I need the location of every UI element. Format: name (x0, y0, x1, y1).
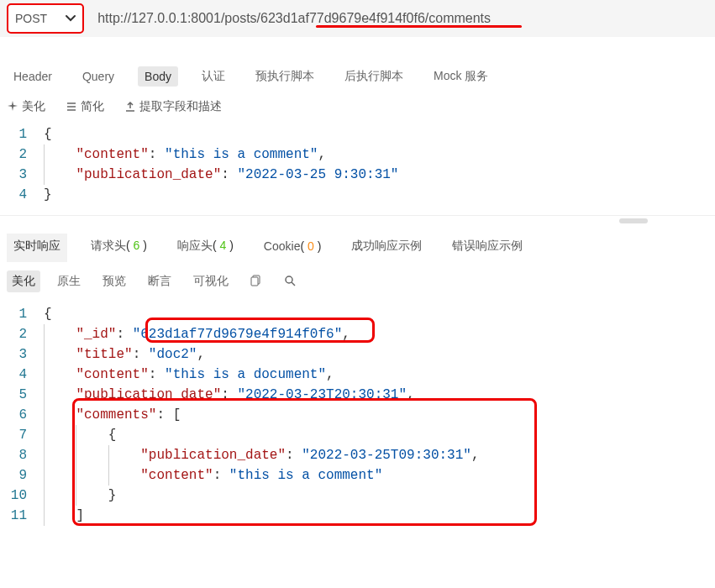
panel-resize-handle[interactable] (0, 215, 715, 225)
response-body-viewer[interactable]: 1 { 2 "_id": "623d1af77d9679e4f914f0f6",… (0, 299, 715, 536)
line-number: 5 (0, 385, 44, 405)
line-number: 11 (0, 506, 44, 526)
response-subtabs: 美化 原生 预览 断言 可视化 (0, 262, 715, 299)
tab-response-headers[interactable]: 响应头( 4 ) (171, 234, 240, 262)
line-number: 3 (0, 165, 44, 185)
tab-cookie[interactable]: Cookie( 0 ) (257, 234, 329, 261)
tab-error-example[interactable]: 错误响应示例 (445, 234, 529, 262)
search-button[interactable] (279, 271, 301, 292)
line-number: 8 (0, 445, 44, 465)
line-number: 2 (0, 144, 44, 165)
subtab-visualize[interactable]: 可视化 (188, 270, 234, 292)
search-icon (284, 275, 296, 286)
tab-post-script[interactable]: 后执行脚本 (338, 66, 410, 87)
body-toolbar: 美化 简化 提取字段和描述 (0, 94, 715, 119)
http-method-select[interactable]: POST (7, 3, 84, 34)
simplify-button[interactable]: 简化 (66, 99, 104, 114)
beautify-button[interactable]: 美化 (7, 99, 45, 114)
tab-request-headers[interactable]: 请求头( 6 ) (84, 234, 154, 262)
grip-icon (619, 218, 648, 223)
line-number: 1 (0, 124, 44, 144)
tab-header[interactable]: Header (7, 66, 59, 87)
url-prefix: http://127.0.0.1:8001/posts/ (97, 11, 260, 25)
tab-success-example[interactable]: 成功响应示例 (344, 234, 428, 262)
extract-label: 提取字段和描述 (139, 99, 222, 114)
request-url-input[interactable]: http://127.0.0.1:8001/posts/623d1af77d96… (84, 11, 708, 26)
sparkle-icon (7, 101, 18, 113)
line-number: 1 (0, 304, 44, 324)
copy-icon (250, 275, 262, 286)
request-body-editor[interactable]: 1 { 2 "content": "this is a comment", 3 … (0, 119, 715, 215)
response-tabs: 实时响应 请求头( 6 ) 响应头( 4 ) Cookie( 0 ) 成功响应示… (0, 225, 715, 262)
tab-query[interactable]: Query (76, 66, 121, 87)
simplify-label: 简化 (81, 99, 104, 114)
subtab-raw[interactable]: 原生 (52, 270, 86, 292)
list-icon (66, 101, 77, 113)
url-id-segment: 623d1af77d9679e4f914f0f6 (260, 11, 425, 25)
copy-button[interactable] (245, 271, 267, 292)
tab-body[interactable]: Body (138, 66, 178, 87)
annotation-underline (316, 25, 522, 28)
chevron-down-icon (66, 13, 76, 24)
tab-mock[interactable]: Mock 服务 (427, 66, 495, 87)
tab-auth[interactable]: 认证 (195, 66, 232, 87)
line-number: 9 (0, 465, 44, 486)
line-number: 10 (0, 486, 44, 506)
subtab-assertion[interactable]: 断言 (143, 270, 176, 292)
line-number: 3 (0, 344, 44, 365)
line-number: 4 (0, 365, 44, 385)
subtab-beautify[interactable]: 美化 (7, 270, 40, 292)
http-method-label: POST (15, 12, 47, 25)
request-tabs: Header Query Body 认证 预执行脚本 后执行脚本 Mock 服务 (0, 55, 715, 94)
extract-button[interactable]: 提取字段和描述 (124, 99, 222, 114)
subtab-preview[interactable]: 预览 (97, 270, 131, 292)
tab-pre-script[interactable]: 预执行脚本 (249, 66, 321, 87)
line-number: 7 (0, 425, 44, 445)
tab-realtime-response[interactable]: 实时响应 (7, 234, 67, 262)
line-number: 6 (0, 405, 44, 425)
beautify-label: 美化 (22, 99, 45, 114)
upload-icon (124, 101, 136, 113)
request-url-bar: POST http://127.0.0.1:8001/posts/623d1af… (0, 0, 715, 37)
line-number: 2 (0, 324, 44, 344)
line-number: 4 (0, 185, 44, 205)
url-suffix: /comments (425, 11, 491, 25)
svg-point-2 (286, 276, 292, 283)
svg-rect-1 (251, 277, 258, 286)
